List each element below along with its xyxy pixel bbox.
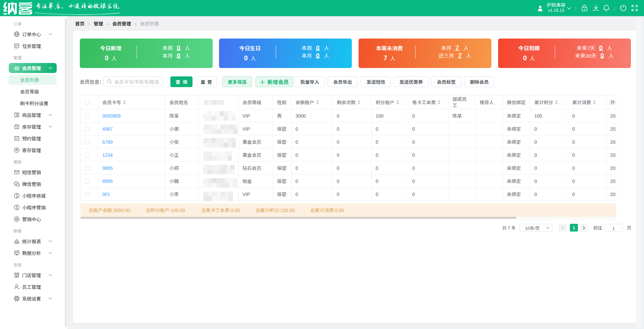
svg-text:寄: 寄 — [15, 148, 18, 152]
